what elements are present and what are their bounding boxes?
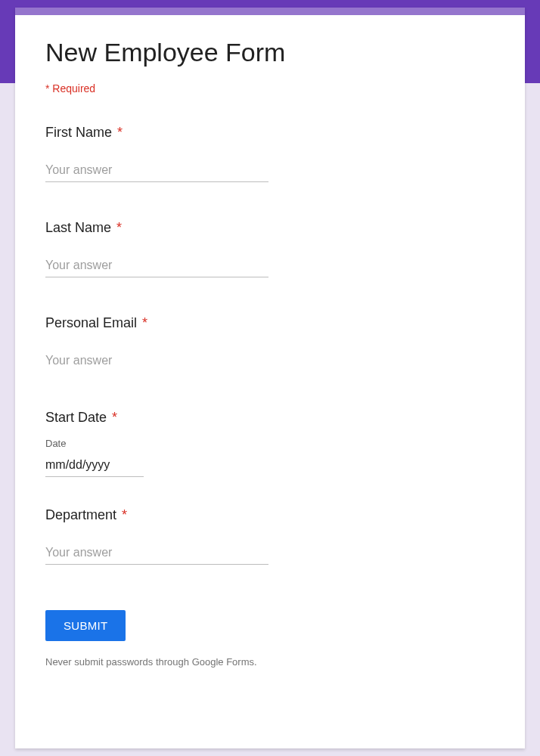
required-star: *	[108, 410, 117, 425]
required-star: *	[118, 507, 127, 522]
required-star: *	[138, 315, 147, 330]
start-date-field: Start Date * Date	[45, 410, 495, 477]
form-title: New Employee Form	[45, 38, 495, 67]
department-label: Department *	[45, 507, 495, 523]
department-field: Department *	[45, 507, 495, 565]
last-name-label: Last Name *	[45, 220, 495, 236]
first-name-label: First Name *	[45, 125, 495, 141]
required-star: *	[113, 220, 122, 235]
department-input[interactable]	[45, 544, 268, 565]
personal-email-input[interactable]	[45, 352, 268, 372]
required-note: * Required	[45, 82, 495, 94]
first-name-input[interactable]	[45, 162, 268, 182]
form-accent-bar	[15, 8, 525, 15]
date-sublabel: Date	[45, 438, 495, 449]
form-card: New Employee Form * Required First Name …	[15, 8, 525, 748]
personal-email-field: Personal Email *	[45, 315, 495, 372]
start-date-input[interactable]	[45, 457, 144, 477]
footer-warning: Never submit passwords through Google Fo…	[45, 656, 495, 668]
submit-button[interactable]: SUBMIT	[45, 610, 126, 641]
first-name-field: First Name *	[45, 125, 495, 182]
required-star: *	[113, 125, 123, 140]
start-date-label: Start Date *	[45, 410, 495, 426]
last-name-field: Last Name *	[45, 220, 495, 277]
last-name-input[interactable]	[45, 257, 268, 277]
personal-email-label: Personal Email *	[45, 315, 495, 331]
